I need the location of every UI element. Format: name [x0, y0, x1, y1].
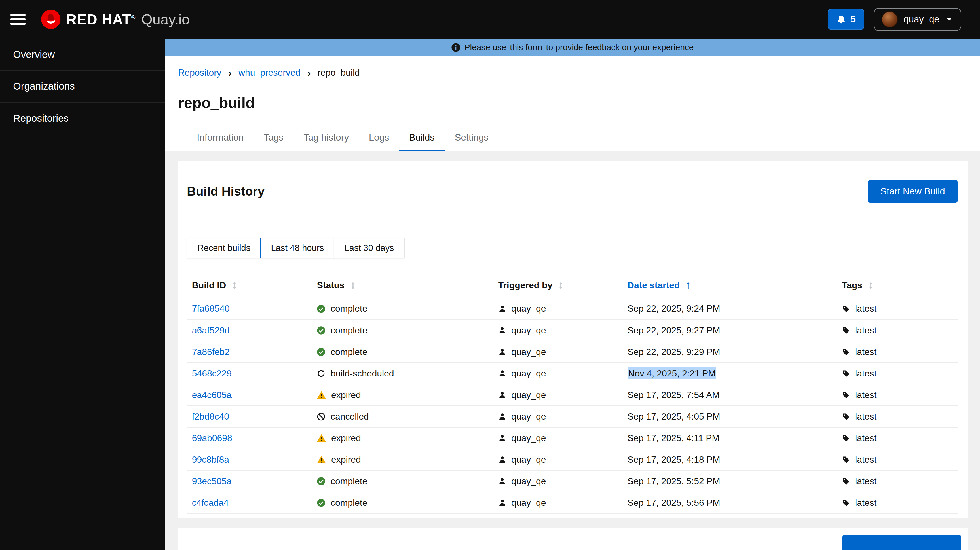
scheduled-status-icon — [317, 369, 326, 378]
sidebar-item-repositories[interactable]: Repositories — [0, 103, 165, 135]
complete-status-icon — [317, 498, 326, 507]
sort-icon — [558, 281, 564, 290]
build-table-body: 7fa68540 complete quay_qe Sep 22, 2025, … — [187, 298, 958, 514]
lower-card — [178, 528, 967, 550]
complete-status-icon — [317, 305, 326, 313]
build-id-cell: 99c8bf8a — [187, 455, 312, 465]
expired-status-icon — [317, 390, 326, 400]
status-cell: expired — [312, 390, 493, 400]
build-history-table: Build ID Status Triggered by — [187, 273, 958, 518]
page-header: Repository › whu_preserved › repo_build … — [165, 56, 980, 151]
tab-logs[interactable]: Logs — [359, 125, 399, 151]
tags-cell: latest — [837, 498, 958, 508]
build-id-cell: c4fcada4 — [187, 498, 312, 508]
tab-tags[interactable]: Tags — [254, 125, 293, 151]
triggered-by-label: quay_qe — [511, 390, 546, 400]
triggered-by-label: quay_qe — [511, 368, 546, 379]
lower-card-primary-button[interactable] — [842, 535, 961, 550]
start-new-build-button[interactable]: Start New Build — [868, 180, 958, 202]
build-id-link[interactable]: 93ec505a — [192, 476, 232, 486]
tab-settings[interactable]: Settings — [445, 125, 498, 151]
date-started-label: Sep 17, 2025, 5:52 PM — [628, 476, 720, 486]
tag-icon — [842, 326, 850, 335]
status-label: complete — [331, 325, 368, 336]
date-started-label: Sep 17, 2025, 4:11 PM — [628, 433, 719, 443]
nav-toggle-button[interactable] — [0, 0, 36, 39]
filter-last-48-hours[interactable]: Last 48 hours — [260, 238, 334, 258]
tags-cell: latest — [837, 476, 958, 486]
main-content: Please use this form to provide feedback… — [165, 39, 980, 550]
page-title: repo_build — [178, 94, 980, 111]
build-id-link[interactable]: 5468c229 — [192, 368, 232, 379]
tags-cell: latest — [837, 455, 958, 465]
tag-label: latest — [855, 368, 877, 379]
tags-cell: latest — [837, 433, 958, 443]
triggered-by-label: quay_qe — [511, 325, 546, 336]
build-history-card: Build History Start New Build Recent bui… — [178, 161, 967, 517]
notifications-button[interactable]: 5 — [828, 9, 864, 30]
tag-icon — [842, 391, 850, 399]
date-started-label: Sep 22, 2025, 9:24 PM — [628, 304, 720, 314]
tag-label: latest — [855, 498, 877, 508]
date-started-label: Sep 17, 2025, 7:54 AM — [628, 390, 720, 400]
tag-icon — [842, 348, 850, 356]
column-header-status[interactable]: Status — [312, 280, 493, 291]
date-started-label: Sep 22, 2025, 9:27 PM — [628, 325, 720, 336]
user-icon — [498, 391, 506, 399]
breadcrumb: Repository › whu_preserved › repo_build — [178, 67, 980, 78]
build-id-link[interactable]: 69ab0698 — [192, 433, 232, 443]
filter-last-30-days[interactable]: Last 30 days — [334, 238, 404, 258]
hamburger-icon — [11, 12, 25, 27]
column-header-build-id[interactable]: Build ID — [187, 280, 312, 291]
brand[interactable]: RED HAT® Quay.io — [41, 10, 190, 29]
column-header-triggered-by[interactable]: Triggered by — [493, 280, 622, 291]
tag-label: latest — [855, 412, 877, 422]
build-id-link[interactable]: 7fa68540 — [192, 304, 230, 314]
tags-cell: latest — [837, 412, 958, 422]
build-id-cell: f2bd8c40 — [187, 412, 312, 422]
filter-recent-builds[interactable]: Recent builds — [187, 238, 261, 258]
date-started-cell: Sep 17, 2025, 4:18 PM — [622, 455, 837, 465]
build-id-link[interactable]: 7a86feb2 — [192, 347, 230, 357]
build-id-link[interactable]: 99c8bf8a — [192, 455, 229, 465]
avatar — [881, 11, 898, 27]
status-label: complete — [331, 304, 368, 314]
cancelled-status-icon — [317, 412, 326, 421]
tag-label: latest — [855, 325, 877, 336]
tab-tag-history[interactable]: Tag history — [293, 125, 359, 151]
build-id-link[interactable]: c4fcada4 — [192, 498, 229, 508]
tab-information[interactable]: Information — [187, 125, 254, 151]
status-label: complete — [331, 347, 368, 357]
complete-status-icon — [317, 348, 326, 356]
user-name: quay_qe — [904, 14, 939, 25]
build-id-link[interactable]: a6af529d — [192, 325, 230, 336]
sidebar-item-organizations[interactable]: Organizations — [0, 71, 165, 103]
sidebar-item-overview[interactable]: Overview — [0, 39, 165, 71]
tag-icon — [842, 499, 850, 507]
breadcrumb-namespace[interactable]: whu_preserved — [239, 67, 300, 78]
status-label: complete — [331, 476, 368, 486]
user-menu-button[interactable]: quay_qe — [873, 8, 961, 31]
build-id-cell: 69ab0698 — [187, 433, 312, 443]
red-hat-logo-icon — [41, 10, 60, 29]
user-icon — [498, 369, 506, 378]
build-id-link[interactable]: f2bd8c40 — [192, 412, 229, 422]
tag-label: latest — [855, 390, 877, 400]
triggered-by-label: quay_qe — [511, 412, 546, 422]
breadcrumb-repository[interactable]: Repository — [178, 67, 221, 78]
feedback-form-link[interactable]: this form — [510, 43, 542, 52]
date-started-label: Sep 17, 2025, 5:56 PM — [628, 498, 720, 508]
expired-status-icon — [317, 434, 326, 443]
user-icon — [498, 326, 506, 335]
status-cell: complete — [312, 347, 493, 357]
tab-builds[interactable]: Builds — [399, 125, 445, 151]
triggered-by-label: quay_qe — [511, 476, 546, 486]
masthead: RED HAT® Quay.io 5 quay_qe — [0, 0, 980, 39]
status-cell: complete — [312, 325, 493, 336]
column-header-tags[interactable]: Tags — [837, 280, 958, 291]
sort-icon — [232, 281, 237, 290]
build-id-cell: a6af529d — [187, 325, 312, 336]
build-id-link[interactable]: ea4c605a — [192, 390, 232, 400]
column-header-date-started[interactable]: Date started — [622, 280, 837, 291]
table-row: 69ab0698 expired quay_qe Sep 17, 2025, 4… — [187, 428, 958, 449]
